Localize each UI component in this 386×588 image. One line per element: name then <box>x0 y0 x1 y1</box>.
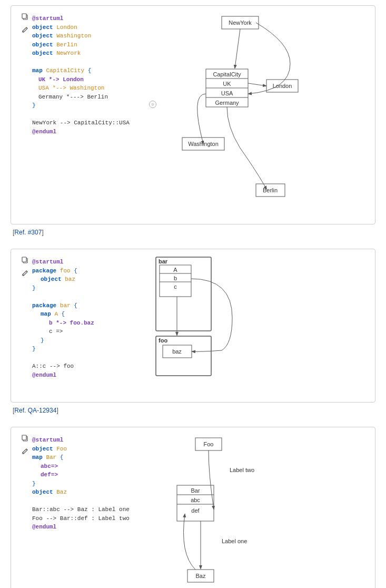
code-line: package bar { <box>32 301 149 310</box>
code-panel-3: @startuml object Foo map Bar { abc=> def… <box>16 433 153 588</box>
diagram-2-svg: bar A b c foo baz <box>153 254 290 386</box>
code-line: object Washington <box>32 32 149 41</box>
svg-text:Baz: Baz <box>196 573 206 579</box>
code-line: map A { <box>32 310 149 319</box>
section-2: @startuml package foo { object baz } pac… <box>0 243 386 422</box>
code-line: UK *-> London <box>32 75 149 84</box>
code-line: } <box>32 336 149 345</box>
code-line: package foo { <box>32 267 149 276</box>
svg-text:def: def <box>191 507 200 514</box>
code-line: @startuml <box>32 14 149 23</box>
svg-text:Berlin: Berlin <box>263 187 278 193</box>
no-entry-icon-1: ⊘ <box>149 101 156 108</box>
code-line: @startuml <box>32 436 149 445</box>
diagram-container-3: @startuml object Foo map Bar { abc=> def… <box>11 427 375 588</box>
ref-link-2: [Ref. QA-12934] <box>11 407 375 414</box>
svg-text:CapitalCity: CapitalCity <box>213 71 241 77</box>
code-line: object Baz <box>32 488 149 497</box>
code-line <box>32 497 149 506</box>
code-line: b *-> foo.baz <box>32 319 149 328</box>
ref-link-1: [Ref. #307] <box>11 229 375 236</box>
code-line: @enduml <box>32 371 149 380</box>
section-1: @startuml object London object Washingto… <box>0 0 386 243</box>
code-line: A::c --> foo <box>32 362 149 371</box>
section-3: @startuml object Foo map Bar { abc=> def… <box>0 422 386 588</box>
ref-anchor-1[interactable]: Ref. #307 <box>14 229 42 236</box>
code-line: object baz <box>32 275 149 284</box>
code-line: object NewYork <box>32 49 149 58</box>
code-line: c => <box>32 327 149 336</box>
code-line: @startuml <box>32 258 149 267</box>
code-line <box>32 110 149 119</box>
code-line <box>32 354 149 362</box>
visual-panel-1: ⊘ NewYork CapitalCity UK USA Germany Lon… <box>153 11 370 219</box>
svg-line-18 <box>235 29 240 68</box>
diagram-1-svg: NewYork CapitalCity UK USA Germany Londo… <box>153 11 316 217</box>
code-line: Bar::abc --> Baz : Label one <box>32 505 149 514</box>
svg-text:baz: baz <box>172 348 182 355</box>
svg-line-19 <box>248 83 266 86</box>
code-panel-1: @startuml object London object Washingto… <box>16 11 153 219</box>
code-line: NewYork --> CapitalCity::USA <box>32 119 149 128</box>
svg-text:A: A <box>173 267 177 273</box>
code-line: } <box>32 479 149 488</box>
code-line: USA *--> Washington <box>32 84 149 93</box>
svg-text:London: London <box>273 83 292 89</box>
svg-text:Label one: Label one <box>222 538 247 544</box>
code-line: abc=> <box>32 462 149 471</box>
visual-panel-3: ⊘ Foo Bar abc def Baz Label two Label on… <box>153 433 370 588</box>
diagram-container-2: @startuml package foo { object baz } pac… <box>11 249 375 403</box>
code-line: map CapitalCity { <box>32 66 149 75</box>
svg-text:UK: UK <box>223 81 231 87</box>
code-line: Foo --> Bar::def : Label two <box>32 514 149 523</box>
svg-text:NewYork: NewYork <box>229 19 252 26</box>
code-line: @enduml <box>32 128 149 136</box>
code-line: } <box>32 345 149 354</box>
diagram-container-1: @startuml object London object Washingto… <box>11 5 375 224</box>
svg-text:Bar: Bar <box>191 487 200 494</box>
code-line: def=> <box>32 471 149 479</box>
code-line: object Foo <box>32 445 149 454</box>
svg-text:USA: USA <box>221 90 233 96</box>
svg-text:c: c <box>174 283 177 290</box>
code-line <box>32 58 149 67</box>
code-line: @enduml <box>32 523 149 532</box>
code-line: Germany *---> Berlin <box>32 93 149 102</box>
code-line: } <box>32 284 149 293</box>
svg-text:foo: foo <box>159 337 167 344</box>
code-line <box>32 292 149 301</box>
svg-text:bar: bar <box>159 258 168 264</box>
svg-text:b: b <box>174 275 177 281</box>
code-panel-2: @startuml package foo { object baz } pac… <box>16 254 153 397</box>
code-line: object Berlin <box>32 41 149 50</box>
code-line: object London <box>32 23 149 32</box>
svg-text:Label two: Label two <box>230 467 254 473</box>
diagram-3-svg: Foo Bar abc def Baz Label two Label one <box>153 433 290 588</box>
code-line: } <box>32 101 149 110</box>
svg-text:Foo: Foo <box>204 441 214 447</box>
code-line: map Bar { <box>32 453 149 462</box>
visual-panel-2: bar A b c foo baz <box>153 254 370 397</box>
svg-text:abc: abc <box>191 497 200 503</box>
ref-anchor-2[interactable]: Ref. QA-12934 <box>14 407 56 414</box>
svg-text:Germany: Germany <box>215 100 239 106</box>
